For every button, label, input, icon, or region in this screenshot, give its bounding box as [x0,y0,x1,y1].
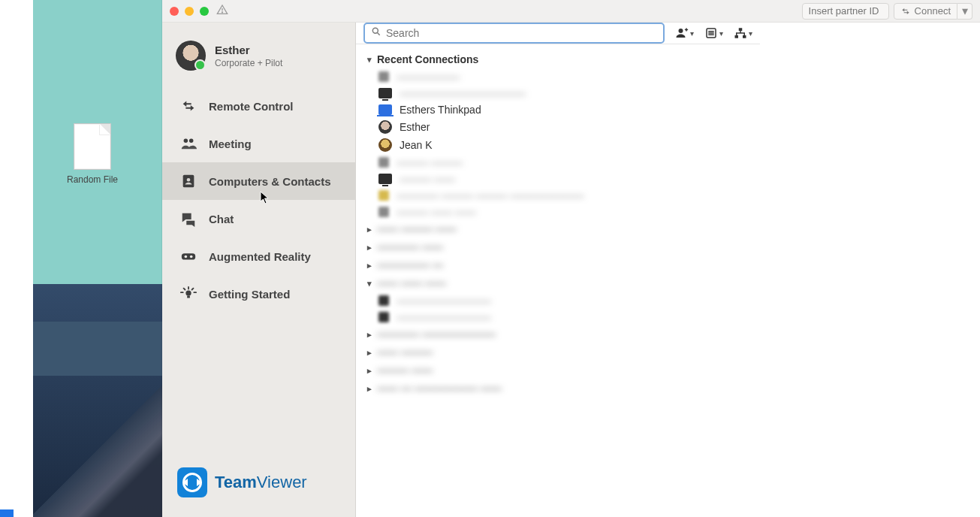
sidebar: Esther Corporate + Pilot Remote Control … [162,23,356,517]
sidebar-item-augmented-reality[interactable]: Augmented Reality [162,237,355,275]
svg-point-13 [679,29,683,33]
toolbar: ▾ ▾ ▾ [356,23,760,44]
group-header[interactable]: ▸———— ——————— [360,325,755,343]
sidebar-item-remote-control[interactable]: Remote Control [162,87,355,125]
list-item[interactable]: Esther [360,118,755,136]
group-header[interactable]: ▸—— ——— [360,343,755,361]
item-label: Jean K [400,139,433,151]
chevron-right-icon: ▸ [365,243,374,252]
group-header[interactable]: ▸—— — —————— —— [360,379,755,398]
people-icon [180,135,197,152]
chevron-down-icon: ▾ [690,29,694,38]
chevron-down-icon: ▾ [365,55,374,65]
blurred-label: —— —— —— [377,277,446,289]
app-window: Esther Corporate + Pilot Remote Control … [162,0,760,517]
add-contact-button[interactable]: ▾ [675,26,694,40]
arrows-icon [180,98,197,114]
connect-button[interactable]: Connect [894,3,957,20]
blurred-icon [378,295,389,306]
svg-point-2 [184,139,188,144]
list-item[interactable]: —————— [360,68,755,85]
list-item[interactable]: ———————————— [360,85,755,101]
close-window-button[interactable] [170,7,179,16]
list-item[interactable]: ————————— [360,292,755,309]
blurred-label: —— ——— [377,346,433,358]
partner-id-input[interactable] [802,3,889,20]
window-body: Esther Corporate + Pilot Remote Control … [162,23,760,517]
right-blank-area [760,0,980,517]
svg-point-9 [185,290,191,295]
sidebar-item-getting-started[interactable]: Getting Started [162,275,355,313]
view-options-button[interactable]: ▾ [704,26,723,40]
search-icon [371,26,381,40]
blurred-label: ———————————— [400,87,526,99]
connect-dropdown[interactable]: ▾ [957,3,972,20]
list-item[interactable]: ——— —— [360,171,755,187]
chat-icon [180,210,197,227]
sidebar-item-meeting[interactable]: Meeting [162,125,355,162]
chevron-right-icon: ▸ [365,261,374,271]
titlebar [162,0,760,23]
group-header[interactable]: ▸————— — [360,256,755,274]
svg-line-12 [377,32,379,35]
blurred-label: ——— —— [377,364,433,376]
chevron-down-icon: ▾ [962,4,968,18]
profile-block[interactable]: Esther Corporate + Pilot [162,23,355,83]
titlebar-right: Connect ▾ [760,0,980,23]
search-field[interactable] [363,23,665,44]
list-item[interactable]: ———— ——— ——— ——————— [360,187,755,204]
blurred-icon [378,71,389,82]
nav-label: Getting Started [209,288,290,301]
main-panel: ▾ ▾ ▾ ▾ Recent Connections —————— ——————… [356,23,760,517]
svg-rect-10 [187,296,190,298]
desktop-file[interactable]: Random File [65,123,120,185]
svg-point-11 [372,28,378,33]
svg-point-3 [189,139,193,144]
brand-name: TeamViewer [215,473,307,492]
item-label: Esthers Thinkpad [400,104,481,116]
blurred-label: ————————— [397,295,491,307]
list-item[interactable]: ——— ——— [360,154,755,171]
svg-rect-19 [735,35,739,38]
sidebar-item-computers-contacts[interactable]: Computers & Contacts [162,162,355,200]
blurred-label: ———— ——————— [377,328,496,340]
nav-label: Computers & Contacts [209,175,331,188]
blurred-label: —— ——— —— [377,223,457,235]
group-header[interactable]: ▸———— —— [360,238,755,256]
zoom-window-button[interactable] [200,7,209,16]
group-header-recent[interactable]: ▾ Recent Connections [360,50,755,68]
brand-logo-icon [177,467,207,497]
blurred-label: ——— —— [400,173,455,185]
blurred-label: ——— ——— [397,156,463,168]
list-item[interactable]: ——— —— —— [360,204,755,220]
blurred-label: ————————— [397,311,491,323]
blurred-icon [378,157,389,168]
contacts-list: ▾ Recent Connections —————— ————————————… [356,44,760,404]
list-item[interactable]: Jean K [360,136,755,154]
warning-icon[interactable] [216,4,228,19]
list-item[interactable]: Esthers Thinkpad [360,101,755,118]
list-item[interactable]: ————————— [360,309,755,325]
left-strip [0,0,33,517]
svg-rect-6 [182,253,195,259]
connect-label: Connect [915,5,951,17]
group-label: Recent Connections [377,53,478,65]
blurred-icon [378,312,389,322]
blurred-label: —————— [397,71,460,83]
chevron-down-icon: ▾ [749,29,752,38]
item-label: Esther [400,121,430,133]
address-book-icon [180,173,197,189]
avatar-icon [378,138,392,152]
minimize-window-button[interactable] [185,7,194,16]
group-header[interactable]: ▸—— ——— —— [360,220,755,238]
search-input[interactable] [386,27,657,39]
vr-icon [180,248,197,265]
nav-label: Meeting [209,138,252,150]
sidebar-item-chat[interactable]: Chat [162,200,355,237]
network-button[interactable]: ▾ [734,26,752,40]
group-header[interactable]: ▾—— —— —— [360,274,755,292]
chevron-right-icon: ▸ [365,366,374,376]
nav-label: Augmented Reality [209,250,311,263]
lightbulb-icon [180,286,197,302]
group-header[interactable]: ▸——— —— [360,361,755,379]
